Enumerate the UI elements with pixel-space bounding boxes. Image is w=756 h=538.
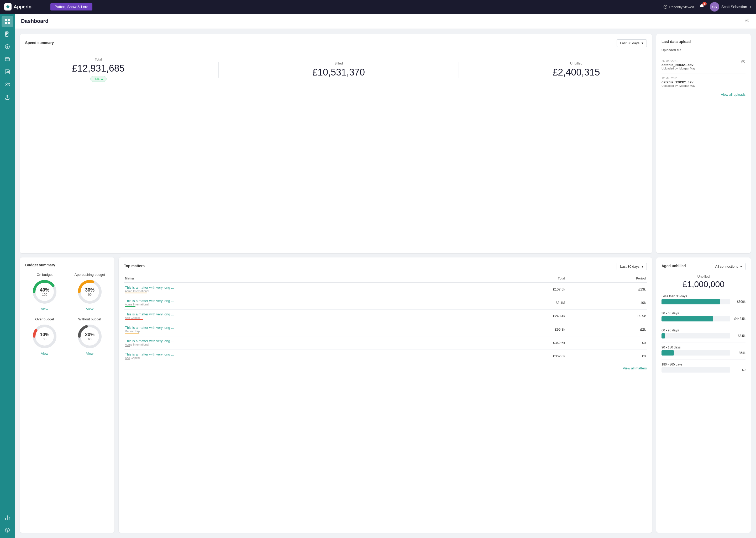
top-nav: Apperio Patton, Shaw & Lord Recently vie… [0, 0, 756, 14]
sidebar-item-reports[interactable] [2, 66, 13, 78]
donut-text-1: 30% 90 [85, 287, 94, 296]
budget-item-label-0: On budget [37, 273, 53, 277]
donut-count-1: 90 [85, 293, 94, 296]
donut-count-3: 60 [85, 337, 94, 341]
budget-view-link-1[interactable]: View [86, 307, 94, 311]
page-title: Dashboard [21, 18, 48, 24]
eye-icon[interactable] [741, 59, 745, 65]
budget-grid: On budget 40% 120 View Approaching budge… [25, 273, 109, 355]
matter-cell-1: This is a matter with very long ... Acme… [124, 296, 470, 309]
svg-rect-7 [5, 58, 9, 61]
matter-total-4: £362.6k [470, 336, 566, 350]
aged-bars: Less than 30 days £500k 30 - 60 days £44… [662, 295, 745, 373]
col-matter: Matter [124, 275, 470, 283]
matters-table: Matter Total Period This is a matter wit… [124, 275, 647, 363]
aged-bar-row-0: £500k [662, 299, 745, 304]
matter-link-1[interactable]: This is a matter with very long ... [125, 299, 177, 303]
spend-period-label: Last 30 days [620, 41, 639, 45]
matter-period-1: 10k [566, 296, 647, 309]
matter-company-5: Ace Capital [125, 356, 469, 359]
matters-period-chevron: ▾ [642, 265, 643, 268]
table-row: This is a matter with very long ... Acme… [124, 296, 647, 309]
finance-icon [4, 44, 10, 50]
budget-view-link-0[interactable]: View [41, 307, 48, 311]
user-name: Scott Sebastian [722, 5, 747, 9]
svg-point-15 [746, 20, 748, 21]
upload-icon [4, 94, 10, 100]
aged-bar-value-2: £3.5k [732, 334, 745, 338]
view-all-matters-link[interactable]: View all matters [124, 366, 647, 370]
sidebar-item-documents[interactable] [2, 28, 13, 40]
matter-total-2: £243.4k [470, 309, 566, 323]
aged-connections-label: All connections [715, 265, 738, 268]
view-all-uploads-link[interactable]: View all uploads [662, 92, 745, 96]
aged-bar-fill-3 [662, 350, 674, 355]
notifications-button[interactable]: 6 [699, 4, 705, 10]
aged-bar-label-4: 180 - 365 days [662, 363, 745, 366]
spend-total-value: £12,931,685 [72, 63, 125, 74]
sidebar-item-gift[interactable] [2, 512, 13, 523]
recently-viewed-label: Recently viewed [669, 5, 694, 9]
user-menu[interactable]: SS Scott Sebastian ▼ [710, 2, 752, 12]
matter-cell-4: This is a matter with very long ... Acme… [124, 336, 470, 350]
user-avatar: SS [710, 2, 719, 12]
matter-company-1: Acme International [125, 303, 469, 306]
spend-billed-value: £10,531,370 [312, 67, 365, 78]
sidebar-item-finance[interactable] [2, 41, 13, 52]
matter-total-0: £107.5k [470, 283, 566, 296]
matter-bar-2 [125, 319, 143, 320]
aged-divider-2 [662, 342, 745, 343]
aged-header: Aged unbilled All connections ▾ [662, 263, 745, 270]
svg-rect-1 [5, 19, 7, 21]
budget-view-link-2[interactable]: View [41, 351, 48, 355]
donut-chart-2: 10% 30 [31, 323, 58, 350]
budget-item-without-budget: Without budget 20% 60 View [70, 317, 109, 355]
sidebar-item-dashboard[interactable] [2, 16, 13, 27]
spend-period-dropdown[interactable]: Last 30 days ▾ [617, 39, 647, 47]
gift-icon [4, 515, 10, 520]
matter-cell-3: This is a matter with very long ... Dark… [124, 323, 470, 336]
recently-viewed-btn[interactable]: Recently viewed [663, 5, 694, 9]
app-logo[interactable] [4, 3, 12, 11]
budget-view-link-3[interactable]: View [86, 351, 94, 355]
upload-item-1: 26 Mar 2021 datafile_260321.csv Uploaded… [662, 56, 745, 74]
matter-link-4[interactable]: This is a matter with very long ... [125, 339, 177, 343]
table-row: This is a matter with very long ... Dark… [124, 323, 647, 336]
aged-bar-bg-4 [662, 367, 730, 373]
spend-billed: Billed £10,531,370 [312, 61, 365, 78]
aged-bar-value-4: £0 [732, 368, 745, 372]
donut-count-2: 30 [40, 337, 49, 341]
sidebar-item-upload[interactable] [2, 91, 13, 103]
matter-link-5[interactable]: This is a matter with very long ... [125, 352, 177, 356]
upload-card-title: Last data upload [662, 40, 691, 44]
spend-unbilled-value: £2,400,315 [552, 67, 600, 78]
sidebar-item-help[interactable] [2, 524, 13, 536]
app-body: Dashboard Spend summary Last 30 days ▾ [0, 14, 756, 538]
spend-unbilled: Unbilled £2,400,315 [552, 61, 600, 78]
spend-metrics: Total £12,931,685 +6% ▲ Billed £10,531,3… [25, 53, 647, 86]
trend-up-icon: ▲ [100, 77, 104, 81]
upload-item-1-filename: datafile_260321.csv [662, 63, 695, 67]
spend-period-chevron: ▾ [642, 41, 643, 45]
firm-selector[interactable]: Patton, Shaw & Lord [50, 3, 93, 11]
matter-link-0[interactable]: This is a matter with very long ... [125, 286, 177, 290]
main-content: Dashboard Spend summary Last 30 days ▾ [15, 14, 756, 538]
spend-summary-title: Spend summary [25, 41, 54, 45]
aged-connections-dropdown[interactable]: All connections ▾ [712, 263, 745, 270]
matters-period-dropdown[interactable]: Last 30 days ▾ [617, 263, 647, 270]
spend-unbilled-label: Unbilled [552, 61, 600, 65]
upload-item-2-date: 12 Mar 2021 [662, 77, 745, 80]
document-icon [4, 31, 10, 37]
billing-icon [4, 56, 10, 62]
reports-icon [4, 69, 10, 75]
settings-button[interactable] [744, 18, 750, 25]
matter-link-2[interactable]: This is a matter with very long ... [125, 312, 177, 316]
matter-link-3[interactable]: This is a matter with very long ... [125, 326, 177, 330]
donut-chart-1: 30% 90 [77, 279, 103, 305]
sidebar-item-people[interactable] [2, 79, 13, 90]
matter-bar-3 [125, 333, 139, 334]
sidebar-item-billing[interactable] [2, 53, 13, 65]
help-icon [4, 527, 10, 533]
aged-bar-fill-1 [662, 316, 713, 321]
budget-item-label-1: Approaching budget [75, 273, 105, 277]
